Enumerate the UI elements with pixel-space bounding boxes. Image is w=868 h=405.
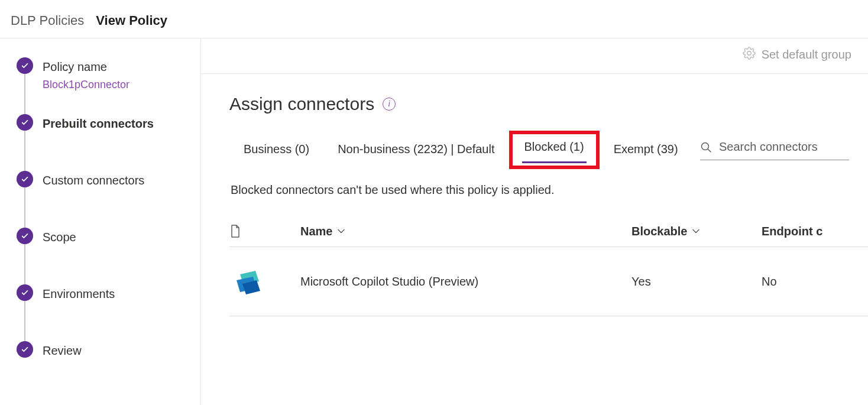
connectors-table: Name Blockable Endpoint c xyxy=(229,216,868,316)
step-prebuilt-connectors[interactable]: Prebuilt connectors xyxy=(17,114,186,171)
step-custom-connectors[interactable]: Custom connectors xyxy=(17,171,186,228)
column-endpoint[interactable]: Endpoint c xyxy=(762,225,868,238)
breadcrumb-current: View Policy xyxy=(96,13,167,28)
column-icon[interactable] xyxy=(229,224,300,238)
step-label: Policy name xyxy=(43,59,186,75)
check-icon xyxy=(17,228,33,244)
search-icon xyxy=(700,141,712,155)
step-label: Scope xyxy=(43,229,186,245)
breadcrumb: DLP Policies View Policy xyxy=(0,0,868,38)
connector-blockable: Yes xyxy=(631,275,762,289)
table-row[interactable]: Microsoft Copilot Studio (Preview) Yes N… xyxy=(229,247,868,316)
tab-exempt[interactable]: Exempt (39) xyxy=(600,134,692,169)
section-title: Assign connectors i xyxy=(229,94,868,114)
set-default-group-label: Set default group xyxy=(762,48,851,61)
step-label: Environments xyxy=(43,286,186,302)
check-icon xyxy=(17,57,33,74)
connector-tabs: Business (0) Non-business (2232) | Defau… xyxy=(229,131,692,169)
connector-icon xyxy=(229,263,300,300)
connector-endpoint: No xyxy=(762,275,868,289)
info-icon[interactable]: i xyxy=(383,98,396,111)
step-label: Custom connectors xyxy=(43,172,186,189)
step-review[interactable]: Review xyxy=(17,341,186,359)
step-scope[interactable]: Scope xyxy=(17,228,186,284)
breadcrumb-parent[interactable]: DLP Policies xyxy=(11,13,84,28)
check-icon xyxy=(17,284,33,301)
column-name[interactable]: Name xyxy=(300,225,631,238)
step-label: Prebuilt connectors xyxy=(43,115,186,132)
column-blockable[interactable]: Blockable xyxy=(631,225,762,238)
check-icon xyxy=(17,171,33,187)
search-connectors[interactable] xyxy=(700,137,849,160)
chevron-down-icon xyxy=(337,225,345,238)
set-default-group-button[interactable]: Set default group xyxy=(743,47,851,63)
connector-name: Microsoft Copilot Studio (Preview) xyxy=(300,275,631,289)
step-sublabel: Block1pConnector xyxy=(43,79,186,91)
search-input[interactable] xyxy=(719,137,849,160)
step-policy-name[interactable]: Policy name Block1pConnector xyxy=(17,57,186,114)
step-environments[interactable]: Environments xyxy=(17,284,186,341)
chevron-down-icon xyxy=(692,225,700,238)
step-label: Review xyxy=(43,342,186,359)
tab-description: Blocked connectors can't be used where t… xyxy=(231,183,868,197)
gear-icon xyxy=(743,47,756,63)
check-icon xyxy=(17,341,33,358)
svg-point-0 xyxy=(702,142,709,150)
tab-business[interactable]: Business (0) xyxy=(229,134,323,169)
check-icon xyxy=(17,114,33,131)
tab-blocked[interactable]: Blocked (1) xyxy=(509,131,600,169)
wizard-stepper: Policy name Block1pConnector Prebuilt co… xyxy=(0,38,201,405)
tab-nonbusiness[interactable]: Non-business (2232) | Default xyxy=(323,134,509,169)
